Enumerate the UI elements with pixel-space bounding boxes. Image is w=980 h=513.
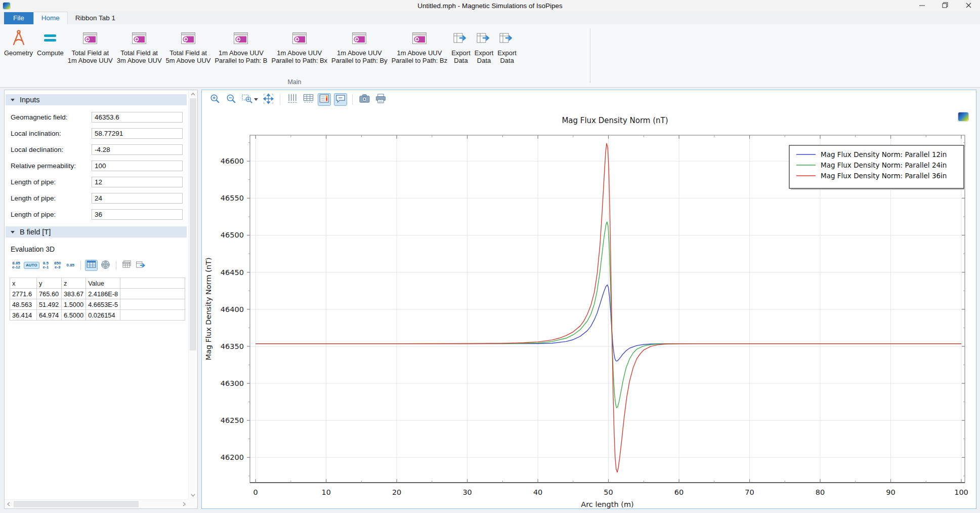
precision-button-0.85[interactable]: 0.85 [64, 262, 76, 269]
inputs-form: Geomagnetic field:Local inclination:Loca… [5, 109, 188, 222]
x-tick-label: 0 [253, 488, 258, 496]
precision-button-8.85[interactable]: 8.85e-12 [10, 260, 22, 271]
field-input-0[interactable] [92, 112, 183, 123]
main-area: Inputs Geomagnetic field:Local inclinati… [0, 88, 980, 513]
x-tick-label: 90 [886, 488, 895, 496]
table-row[interactable]: 2771.6765.60383.672.4186E-8 [10, 289, 185, 299]
table-header-row: xyzValue [10, 278, 185, 289]
scroll-right-icon[interactable] [180, 500, 188, 508]
ribbon-tab-ribbon-tab-1[interactable]: Ribbon Tab 1 [68, 12, 123, 24]
zoom-in-icon [209, 93, 221, 106]
section-header-bfield[interactable]: B field [T] [6, 226, 187, 238]
horizontal-scrollbar-thumb[interactable] [14, 501, 139, 507]
ribbon-button-parallel-bz[interactable]: 1m Above UUVParallel to Path: Bz [392, 28, 448, 65]
column-header[interactable] [120, 278, 185, 289]
precision-button-auto[interactable]: AUTO [24, 262, 39, 269]
legend-toggle-button[interactable] [318, 93, 331, 106]
scroll-up-icon[interactable] [189, 90, 197, 98]
ribbon-button-label: Export [497, 49, 517, 57]
field-input-6[interactable] [92, 209, 183, 220]
legend-label: Mag Flux Density Norm: Parallel 24in [821, 161, 947, 169]
ribbon: GeometryComputeTotal Field at1m Above UU… [0, 24, 980, 88]
y-tick-label: 46400 [221, 305, 244, 313]
ribbon-button-total-field-3m[interactable]: Total Field at3m Above UUV [117, 28, 162, 65]
ribbon-button-label: Geometry [4, 49, 33, 57]
column-header[interactable]: y [37, 278, 62, 289]
column-header[interactable]: x [10, 278, 37, 289]
table-cell [120, 310, 185, 321]
ribbon-button-parallel-bx[interactable]: 1m Above UUVParallel to Path: Bx [272, 28, 328, 65]
zoom-box-button[interactable] [241, 93, 259, 106]
ribbon-button-label: 3m Above UUV [117, 57, 162, 64]
snapshot-icon [359, 93, 370, 106]
zoom-in-button[interactable] [208, 93, 222, 106]
ribbon-button-geometry[interactable]: Geometry [4, 28, 33, 57]
field-input-2[interactable] [92, 144, 183, 155]
table-cell: 383.67 [62, 289, 86, 299]
section-header-inputs[interactable]: Inputs [6, 94, 187, 105]
horizontal-scrollbar[interactable] [5, 499, 188, 508]
ribbon-button-total-field-1m[interactable]: Total Field at1m Above UUV [68, 28, 113, 65]
export-table-button[interactable] [135, 260, 147, 271]
scroll-down-icon[interactable] [189, 491, 197, 499]
axis-settings-button[interactable] [285, 93, 299, 106]
zoom-extents-button[interactable] [262, 93, 275, 106]
table-cell: 64.974 [37, 310, 62, 321]
table-row[interactable]: 48.56351.4921.50004.6653E-5 [10, 299, 185, 310]
ribbon-button-label: Total Field at [71, 49, 109, 57]
vertical-scrollbar[interactable] [188, 90, 197, 499]
column-header[interactable]: z [62, 278, 86, 289]
column-header[interactable]: Value [86, 278, 120, 289]
restore-button[interactable] [933, 0, 957, 11]
ribbon-button-compute[interactable]: Compute [37, 28, 64, 57]
dropdown-caret-icon[interactable] [254, 98, 258, 101]
line-chart[interactable]: 0102030405060708090100462004625046300463… [202, 109, 976, 508]
ribbon-tab-file[interactable]: File [4, 12, 33, 24]
zoom-extents-icon [263, 93, 274, 106]
y-tick-label: 46450 [221, 268, 244, 277]
zoom-out-button[interactable] [225, 93, 238, 106]
field-label: Length of pipe: [11, 211, 92, 218]
field-label: Geomagnetic field: [11, 113, 92, 121]
table-cell: 765.60 [37, 289, 62, 299]
tooltip-toggle-button[interactable] [334, 93, 347, 106]
sphere-button[interactable] [99, 260, 112, 271]
field-input-3[interactable] [92, 161, 183, 171]
ribbon-button-label: 1m Above UUV [337, 49, 382, 57]
ribbon-button-parallel-b[interactable]: 1m Above UUVParallel to Path: B [215, 28, 267, 65]
table-cell: 4.6653E-5 [86, 299, 120, 310]
precision-button-8.5[interactable]: 8.5e-1 [41, 260, 51, 271]
vertical-scrollbar-thumb[interactable] [190, 98, 196, 350]
precision-button-850[interactable]: 850e-3 [52, 260, 63, 271]
copy-table-button[interactable] [120, 260, 133, 271]
ribbon-button-parallel-by[interactable]: 1m Above UUVParallel to Path: By [331, 28, 388, 65]
table-display-button[interactable] [85, 260, 98, 271]
toolbar-separator [352, 94, 353, 105]
ribbon-tab-home[interactable]: Home [33, 12, 68, 24]
x-tick-label: 40 [533, 488, 542, 496]
snapshot-button[interactable] [358, 93, 371, 106]
ribbon-group-label: Main [2, 78, 587, 86]
print-icon [375, 93, 387, 106]
grid-button[interactable] [302, 93, 315, 106]
title-bar: Untitled.mph - Magnetic Simulations of I… [0, 0, 980, 11]
minimize-button[interactable] [910, 0, 933, 11]
ribbon-button-export-data-3[interactable]: ExportData [497, 28, 517, 65]
ribbon-button-label: Export [451, 49, 471, 57]
print-button[interactable] [374, 93, 387, 106]
app-icon [3, 3, 10, 9]
field-input-5[interactable] [92, 193, 183, 204]
field-input-4[interactable] [92, 177, 183, 187]
input-row: Length of pipe: [5, 190, 188, 206]
plot-window-badge-icon[interactable] [958, 112, 968, 121]
close-button[interactable] [957, 0, 980, 11]
ribbon-button-export-data-2[interactable]: ExportData [475, 28, 494, 65]
input-row: Relative permeability: [5, 157, 188, 174]
scroll-left-icon[interactable] [5, 500, 13, 508]
window-controls [910, 0, 980, 11]
field-input-1[interactable] [92, 128, 183, 139]
export-data-icon [453, 28, 469, 48]
ribbon-button-export-data-1[interactable]: ExportData [451, 28, 471, 65]
ribbon-button-total-field-5m[interactable]: Total Field at5m Above UUV [166, 28, 211, 65]
table-row[interactable]: 36.41464.9746.50000.026154 [10, 310, 185, 321]
